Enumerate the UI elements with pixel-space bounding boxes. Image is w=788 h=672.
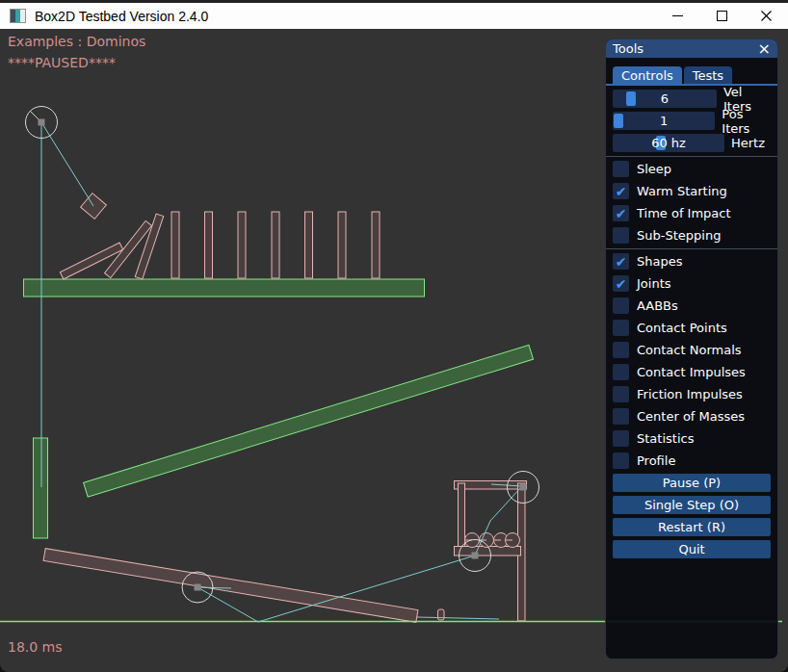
domino bbox=[272, 212, 279, 278]
domino bbox=[238, 212, 246, 278]
vel-iters-slider[interactable]: 6 bbox=[613, 90, 717, 108]
minimize-button[interactable] bbox=[655, 3, 699, 29]
slider-label: Pos Iters bbox=[722, 107, 771, 136]
checkbox-center-of-masses[interactable]: ✔ Center of Masses bbox=[613, 407, 771, 426]
tools-panel-titlebar[interactable]: Tools × bbox=[606, 39, 777, 58]
slider-row: 6 Vel Iters bbox=[613, 90, 771, 108]
checkbox-sleep[interactable]: ✔ Sleep bbox=[613, 160, 771, 178]
frame-time-label: 18.0 ms bbox=[8, 639, 63, 655]
checkbox-contact-impulses[interactable]: ✔ Contact Impulses bbox=[613, 363, 771, 381]
tab-controls[interactable]: Controls bbox=[613, 66, 682, 84]
maximize-icon bbox=[717, 11, 727, 21]
checkbox[interactable]: ✔ bbox=[613, 253, 629, 270]
slider-label: Hertz bbox=[731, 136, 765, 150]
checkbox-contact-points[interactable]: ✔ Contact Points bbox=[613, 319, 771, 337]
checkbox[interactable]: ✔ bbox=[613, 386, 629, 402]
app-window: Box2D Testbed Version 2.4.0 bbox=[0, 0, 788, 672]
example-label: Examples : Dominos bbox=[8, 34, 145, 49]
checkmark-icon: ✔ bbox=[616, 277, 627, 291]
checkbox[interactable]: ✔ bbox=[613, 183, 629, 199]
slider-value: 6 bbox=[613, 90, 717, 108]
checkbox-contact-normals[interactable]: ✔ Contact Normals bbox=[613, 341, 771, 359]
paused-label: ****PAUSED**** bbox=[8, 55, 116, 70]
caption-buttons bbox=[655, 3, 788, 29]
hertz-slider[interactable]: 60 hz bbox=[613, 134, 724, 152]
domino bbox=[305, 212, 313, 278]
checkbox[interactable]: ✔ bbox=[613, 205, 629, 221]
single-step-button[interactable]: Single Step (O) bbox=[613, 496, 771, 514]
domino bbox=[338, 212, 346, 278]
checkbox[interactable]: ✔ bbox=[613, 342, 629, 358]
tab-bar: Controls Tests bbox=[606, 66, 777, 86]
checkmark-icon: ✔ bbox=[616, 255, 627, 269]
slider-value: 1 bbox=[613, 112, 715, 130]
pause-button[interactable]: Pause (P) bbox=[613, 474, 771, 492]
domino-platform bbox=[24, 279, 425, 297]
slider-row: 60 hz Hertz bbox=[613, 134, 771, 152]
titlebar: Box2D Testbed Version 2.4.0 bbox=[0, 0, 788, 29]
vertical-plank bbox=[34, 438, 48, 538]
checkbox[interactable]: ✔ bbox=[613, 227, 629, 244]
tab-tests[interactable]: Tests bbox=[684, 66, 732, 84]
close-button[interactable] bbox=[744, 3, 788, 29]
checkbox-time-of-impact[interactable]: ✔ Time of Impact bbox=[613, 204, 771, 222]
restart-button[interactable]: Restart (R) bbox=[613, 518, 771, 536]
domino bbox=[171, 212, 179, 278]
slider-value: 60 hz bbox=[613, 134, 724, 152]
quit-button[interactable]: Quit bbox=[613, 540, 771, 558]
tools-panel-title: Tools bbox=[613, 41, 644, 56]
maximize-button[interactable] bbox=[699, 3, 744, 29]
checkbox[interactable]: ✔ bbox=[613, 452, 629, 469]
minimize-icon bbox=[672, 15, 683, 16]
cradle-left-post bbox=[459, 483, 465, 552]
tilted-plank bbox=[84, 345, 534, 497]
checkbox-sub-stepping[interactable]: ✔ Sub-Stepping bbox=[613, 226, 771, 245]
close-icon bbox=[761, 11, 772, 21]
checkmark-icon: ✔ bbox=[616, 207, 627, 220]
checkbox-aabbs[interactable]: ✔ AABBs bbox=[613, 297, 771, 315]
checkbox-joints[interactable]: ✔ Joints bbox=[613, 274, 771, 293]
checkbox-statistics[interactable]: ✔ Statistics bbox=[613, 429, 771, 448]
checkmark-icon: ✔ bbox=[616, 185, 627, 198]
checkbox[interactable]: ✔ bbox=[613, 275, 629, 292]
checkbox-friction-impulses[interactable]: ✔ Friction Impulses bbox=[613, 385, 771, 403]
checkbox[interactable]: ✔ bbox=[613, 430, 629, 447]
app-icon bbox=[10, 9, 26, 23]
domino bbox=[372, 212, 380, 278]
tools-close-button[interactable]: × bbox=[758, 42, 771, 56]
separator bbox=[606, 248, 777, 249]
checkbox[interactable]: ✔ bbox=[613, 364, 629, 380]
domino bbox=[205, 212, 213, 278]
checkbox[interactable]: ✔ bbox=[613, 297, 629, 314]
tools-panel: Tools × Controls Tests 6 Vel Iters 1 P bbox=[605, 39, 778, 659]
checkbox[interactable]: ✔ bbox=[613, 320, 629, 336]
separator bbox=[606, 156, 777, 157]
checkbox[interactable]: ✔ bbox=[613, 408, 629, 425]
tools-panel-body: Controls Tests 6 Vel Iters 1 Pos Iters bbox=[606, 58, 777, 558]
anchor-markers bbox=[39, 119, 527, 591]
window-title: Box2D Testbed Version 2.4.0 bbox=[35, 9, 208, 24]
checkbox-warm-starting[interactable]: ✔ Warm Starting bbox=[613, 182, 771, 200]
slider-row: 1 Pos Iters bbox=[613, 112, 771, 130]
checkbox-shapes[interactable]: ✔ Shapes bbox=[613, 252, 771, 271]
seesaw-plank bbox=[43, 549, 418, 623]
pos-iters-slider[interactable]: 1 bbox=[613, 112, 715, 130]
checkbox[interactable]: ✔ bbox=[613, 161, 629, 177]
checkbox-profile[interactable]: ✔ Profile bbox=[613, 452, 771, 470]
small-block bbox=[438, 609, 445, 620]
